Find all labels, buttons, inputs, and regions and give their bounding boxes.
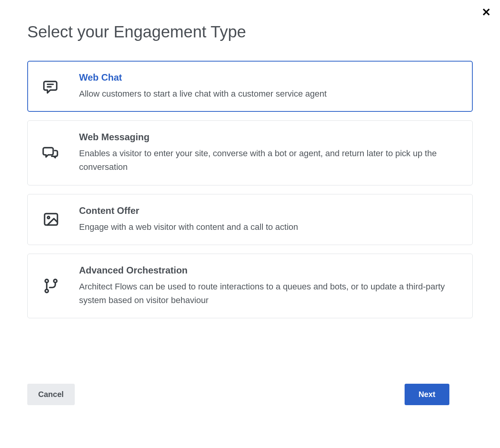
image-icon bbox=[42, 210, 60, 229]
close-button[interactable]: ✕ bbox=[480, 5, 492, 19]
svg-point-3 bbox=[48, 217, 50, 219]
option-advanced-orchestration[interactable]: Advanced Orchestration Architect Flows c… bbox=[27, 254, 473, 318]
option-title: Content Offer bbox=[79, 205, 458, 216]
option-text: Advanced Orchestration Architect Flows c… bbox=[79, 265, 458, 307]
chat-icon bbox=[42, 77, 60, 96]
option-text: Content Offer Engage with a web visitor … bbox=[79, 205, 458, 234]
option-text: Web Chat Allow customers to start a live… bbox=[79, 72, 458, 101]
option-content-offer[interactable]: Content Offer Engage with a web visitor … bbox=[27, 194, 473, 245]
messaging-icon bbox=[42, 143, 60, 162]
option-description: Engage with a web visitor with content a… bbox=[79, 220, 458, 234]
option-text: Web Messaging Enables a visitor to enter… bbox=[79, 132, 458, 174]
option-description: Allow customers to start a live chat wit… bbox=[79, 87, 458, 101]
next-button[interactable]: Next bbox=[405, 384, 449, 405]
option-title: Advanced Orchestration bbox=[79, 265, 458, 276]
dialog-footer: Cancel Next bbox=[27, 384, 449, 405]
options-list: Web Chat Allow customers to start a live… bbox=[27, 61, 473, 318]
option-title: Web Messaging bbox=[79, 132, 458, 143]
dialog-container: Select your Engagement Type Web Chat All… bbox=[0, 0, 500, 334]
option-description: Architect Flows can be used to route int… bbox=[79, 280, 458, 307]
option-description: Enables a visitor to enter your site, co… bbox=[79, 146, 458, 174]
close-icon: ✕ bbox=[482, 6, 491, 18]
cancel-button[interactable]: Cancel bbox=[27, 384, 75, 405]
branch-icon bbox=[42, 277, 60, 295]
page-title: Select your Engagement Type bbox=[27, 23, 473, 41]
option-title: Web Chat bbox=[79, 72, 458, 83]
option-web-chat[interactable]: Web Chat Allow customers to start a live… bbox=[27, 61, 473, 112]
option-web-messaging[interactable]: Web Messaging Enables a visitor to enter… bbox=[27, 120, 473, 185]
